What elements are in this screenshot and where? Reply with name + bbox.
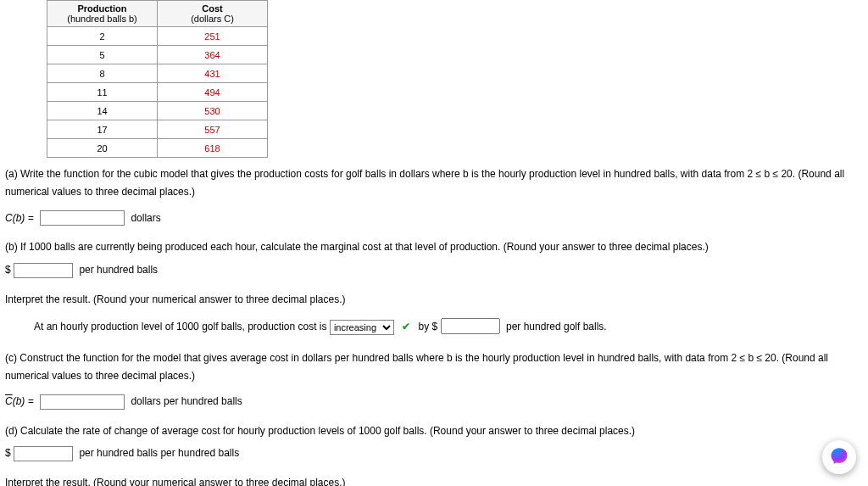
table-header-production: Production (hundred balls b) bbox=[47, 1, 158, 27]
answer-b-unit: per hundred balls bbox=[79, 264, 158, 276]
question-b-text: (b) If 1000 balls are currently being pr… bbox=[5, 239, 863, 255]
cell-production: 2 bbox=[47, 27, 158, 46]
answer-d-input[interactable] bbox=[14, 446, 73, 461]
interpret-b-pre: At an hourly production level of 1000 go… bbox=[34, 321, 327, 332]
question-d-text: (d) Calculate the rate of change of aver… bbox=[5, 423, 863, 439]
question-c-text-1: (c) Construct the function for the model… bbox=[5, 350, 863, 366]
table-row: 20618 bbox=[47, 139, 268, 158]
messenger-button[interactable] bbox=[822, 440, 856, 474]
interpret-b-prompt: Interpret the result. (Round your numeri… bbox=[5, 292, 863, 308]
answer-d: $ per hundred balls per hundred balls bbox=[5, 446, 863, 461]
question-c-text-2: numerical values to three decimal places… bbox=[5, 368, 863, 384]
cell-cost: 364 bbox=[158, 46, 268, 64]
answer-a: C(b) = dollars bbox=[5, 210, 863, 226]
table-row: 5364 bbox=[47, 46, 268, 64]
answer-b: $ per hundred balls bbox=[5, 263, 863, 278]
production-cost-table: Production (hundred balls b) Cost (dolla… bbox=[47, 0, 268, 158]
question-a-text-1: (a) Write the function for the cubic mod… bbox=[5, 166, 863, 182]
check-icon: ✔ bbox=[402, 321, 410, 332]
answer-a-unit: dollars bbox=[131, 212, 160, 224]
interpret-d-prompt: Interpret the result. (Round your numeri… bbox=[5, 475, 863, 486]
cell-cost: 530 bbox=[158, 102, 268, 120]
cell-production: 11 bbox=[47, 83, 158, 102]
cell-production: 14 bbox=[47, 102, 158, 120]
answer-c-input[interactable] bbox=[40, 394, 125, 410]
cell-production: 20 bbox=[47, 139, 158, 158]
question-a: (a) Write the function for the cubic mod… bbox=[5, 166, 863, 200]
question-a-text-2: numerical values to three decimal places… bbox=[5, 184, 863, 200]
cell-production: 8 bbox=[47, 64, 158, 83]
messenger-icon bbox=[830, 447, 849, 468]
data-table-container: Production (hundred balls b) Cost (dolla… bbox=[47, 0, 868, 158]
answer-d-dollar: $ bbox=[5, 447, 11, 459]
cell-production: 17 bbox=[47, 120, 158, 139]
table-row: 17557 bbox=[47, 120, 268, 139]
answer-c-unit: dollars per hundred balls bbox=[131, 395, 242, 407]
interpret-b-unit: per hundred golf balls. bbox=[506, 321, 607, 332]
table-row: 8431 bbox=[47, 64, 268, 83]
question-c: (c) Construct the function for the model… bbox=[5, 350, 863, 384]
question-d: (d) Calculate the rate of change of aver… bbox=[5, 423, 863, 439]
cell-cost: 618 bbox=[158, 139, 268, 158]
answer-c-lhs: C(b) = bbox=[5, 395, 34, 407]
table-row: 14530 bbox=[47, 102, 268, 120]
answer-b-input[interactable] bbox=[14, 263, 73, 278]
answer-c: C(b) = dollars per hundred balls bbox=[5, 394, 863, 410]
cell-cost: 494 bbox=[158, 83, 268, 102]
interpret-b-by: by $ bbox=[419, 321, 438, 332]
interpret-b-select[interactable]: increasingdecreasing bbox=[330, 320, 394, 335]
cell-production: 5 bbox=[47, 46, 158, 64]
cell-cost: 251 bbox=[158, 27, 268, 46]
question-b: (b) If 1000 balls are currently being pr… bbox=[5, 239, 863, 255]
interpret-b: At an hourly production level of 1000 go… bbox=[34, 318, 863, 335]
answer-b-dollar: $ bbox=[5, 264, 11, 276]
answer-d-unit: per hundred balls per hundred balls bbox=[79, 447, 239, 459]
cell-cost: 557 bbox=[158, 120, 268, 139]
table-header-cost: Cost (dollars C) bbox=[158, 1, 268, 27]
table-row: 2251 bbox=[47, 27, 268, 46]
answer-a-input[interactable] bbox=[40, 210, 125, 226]
answer-a-lhs: C(b) = bbox=[5, 212, 34, 224]
interpret-b-input[interactable] bbox=[441, 318, 500, 334]
table-row: 11494 bbox=[47, 83, 268, 102]
cell-cost: 431 bbox=[158, 64, 268, 83]
